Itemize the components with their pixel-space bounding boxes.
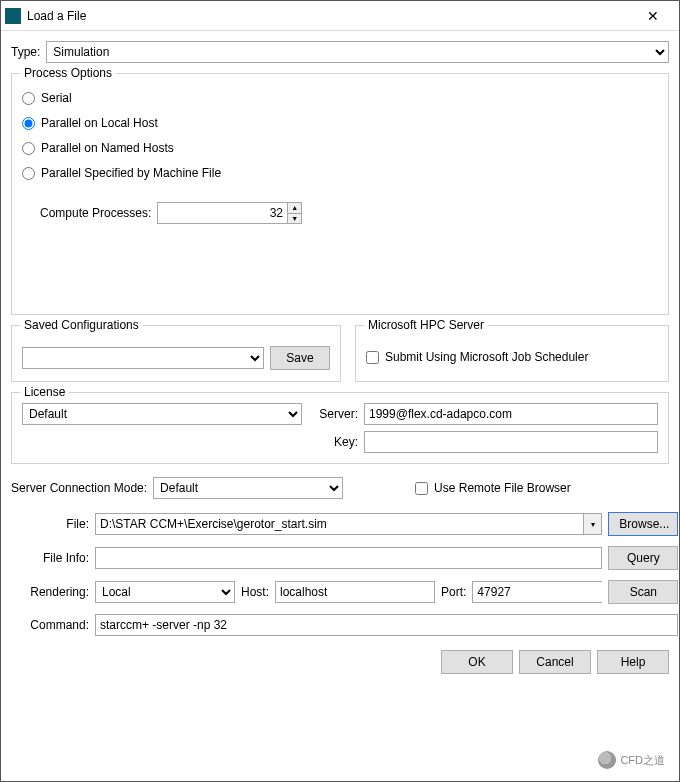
compute-processes-input[interactable] <box>158 203 287 223</box>
browse-button[interactable]: Browse... <box>608 512 678 536</box>
conn-mode-select[interactable]: Default <box>153 477 343 499</box>
watermark: CFD之道 <box>598 751 665 769</box>
host-label: Host: <box>241 585 269 599</box>
hpc-checkbox[interactable] <box>366 351 379 364</box>
rendering-row: Local Host: Port: ▾ <box>95 581 602 603</box>
radio-parallel-machine[interactable]: Parallel Specified by Machine File <box>22 162 658 184</box>
radio-parallel-machine-label: Parallel Specified by Machine File <box>41 166 221 180</box>
radio-parallel-named-label: Parallel on Named Hosts <box>41 141 174 155</box>
hpc-checkbox-label: Submit Using Microsoft Job Scheduler <box>385 350 588 364</box>
footer-buttons: OK Cancel Help <box>11 646 669 674</box>
license-server-field <box>364 403 658 425</box>
conn-mode-row: Server Connection Mode: Default Use Remo… <box>11 474 669 502</box>
saved-configs-group: Saved Configurations Save <box>11 325 341 382</box>
compute-processes-label: Compute Processes: <box>40 206 151 220</box>
license-key-field <box>364 431 658 453</box>
scan-button[interactable]: Scan <box>608 580 678 604</box>
configs-hpc-row: Saved Configurations Save Microsoft HPC … <box>11 325 669 382</box>
file-label: File: <box>11 517 89 531</box>
license-legend: License <box>20 385 69 399</box>
radio-serial-input[interactable] <box>22 92 35 105</box>
cancel-button[interactable]: Cancel <box>519 650 591 674</box>
rendering-label: Rendering: <box>11 585 89 599</box>
type-row: Type: Simulation <box>11 41 669 63</box>
compute-processes-row: Compute Processes: ▲ ▼ <box>40 202 658 224</box>
radio-parallel-local-input[interactable] <box>22 117 35 130</box>
remote-browser-row[interactable]: Use Remote File Browser <box>415 477 571 499</box>
command-field[interactable] <box>95 614 678 636</box>
hpc-group: Microsoft HPC Server Submit Using Micros… <box>355 325 669 382</box>
titlebar: Load a File ✕ <box>1 1 679 31</box>
query-button[interactable]: Query <box>608 546 678 570</box>
save-button[interactable]: Save <box>270 346 330 370</box>
spinner-up[interactable]: ▲ <box>288 203 301 214</box>
radio-parallel-local[interactable]: Parallel on Local Host <box>22 112 658 134</box>
file-input[interactable] <box>96 514 583 534</box>
close-button[interactable]: ✕ <box>633 2 673 30</box>
file-info-label: File Info: <box>11 551 89 565</box>
port-combo[interactable]: ▾ <box>472 581 602 603</box>
remote-browser-checkbox[interactable] <box>415 482 428 495</box>
process-options-group: Process Options Serial Parallel on Local… <box>11 73 669 315</box>
app-icon <box>5 8 21 24</box>
file-dropdown-caret[interactable]: ▾ <box>583 514 601 534</box>
help-button[interactable]: Help <box>597 650 669 674</box>
license-group: License Default Server: Key: <box>11 392 669 464</box>
spinner-buttons: ▲ ▼ <box>287 203 301 223</box>
port-label: Port: <box>441 585 466 599</box>
radio-serial-label: Serial <box>41 91 72 105</box>
spinner-down[interactable]: ▼ <box>288 214 301 224</box>
conn-mode-label: Server Connection Mode: <box>11 481 147 495</box>
dialog-window: Load a File ✕ Type: Simulation Process O… <box>0 0 680 782</box>
file-info-field[interactable] <box>95 547 602 569</box>
radio-parallel-machine-input[interactable] <box>22 167 35 180</box>
remote-browser-label: Use Remote File Browser <box>434 481 571 495</box>
dialog-content: Type: Simulation Process Options Serial … <box>1 31 679 781</box>
type-select[interactable]: Simulation <box>46 41 669 63</box>
compute-processes-spinner[interactable]: ▲ ▼ <box>157 202 302 224</box>
license-server-label: Server: <box>308 407 358 421</box>
radio-serial[interactable]: Serial <box>22 87 658 109</box>
saved-configs-legend: Saved Configurations <box>20 318 143 332</box>
hpc-legend: Microsoft HPC Server <box>364 318 488 332</box>
hpc-checkbox-row[interactable]: Submit Using Microsoft Job Scheduler <box>366 346 658 368</box>
file-combo[interactable]: ▾ <box>95 513 602 535</box>
license-mode-select[interactable]: Default <box>22 403 302 425</box>
radio-parallel-named-input[interactable] <box>22 142 35 155</box>
saved-configs-select[interactable] <box>22 347 264 369</box>
type-label: Type: <box>11 45 40 59</box>
host-field <box>275 581 435 603</box>
command-label: Command: <box>11 618 89 632</box>
ok-button[interactable]: OK <box>441 650 513 674</box>
form-grid: File: ▾ Browse... File Info: Query Rende… <box>11 512 669 636</box>
process-options-legend: Process Options <box>20 66 116 80</box>
radio-parallel-local-label: Parallel on Local Host <box>41 116 158 130</box>
watermark-icon <box>598 751 616 769</box>
watermark-text: CFD之道 <box>620 753 665 768</box>
radio-parallel-named[interactable]: Parallel on Named Hosts <box>22 137 658 159</box>
window-title: Load a File <box>27 9 633 23</box>
rendering-select[interactable]: Local <box>95 581 235 603</box>
license-key-label: Key: <box>308 435 358 449</box>
